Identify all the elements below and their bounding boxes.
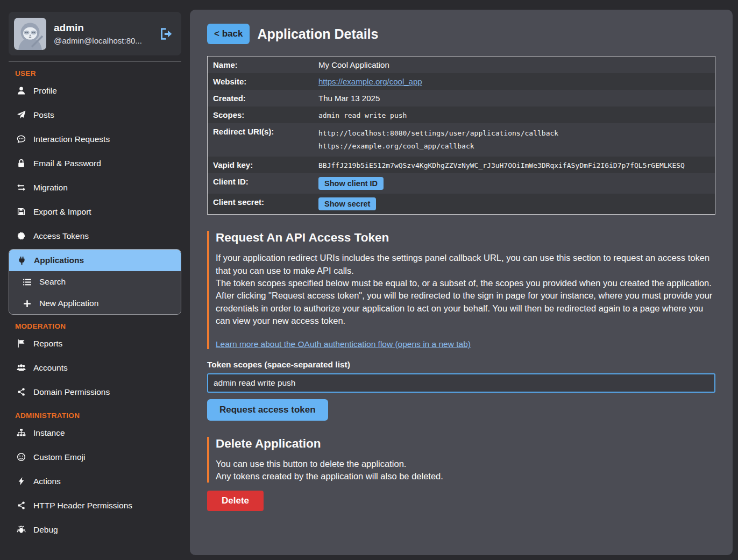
request-access-token-button[interactable]: Request access token [207, 399, 328, 421]
token-section-heading: Request An API Access Token [216, 231, 715, 245]
back-button[interactable]: < back [207, 24, 250, 44]
paragraph: After clicking "Request access token", y… [216, 289, 715, 327]
delete-section-text: You can use this button to delete the ap… [216, 458, 715, 483]
row-label: Created: [208, 90, 314, 107]
row-label: Name: [208, 56, 314, 74]
username: admin [54, 22, 151, 34]
sidebar-divider [9, 61, 181, 62]
sidebar-item-migration[interactable]: Migration [9, 175, 181, 200]
sidebar-item-label: Export & Import [33, 207, 91, 217]
plus-icon [22, 299, 32, 308]
smiley-icon [16, 452, 26, 462]
oauth-docs-link[interactable]: Learn more about the OAuth authenticatio… [216, 339, 471, 349]
sidebar-item-email-password[interactable]: Email & Password [9, 151, 181, 175]
table-row-vapid-key: Vapid key:BBJffJ219b5iE512m7wQSzv4KgKDhg… [208, 157, 715, 173]
sidebar-item-label: Interaction Requests [33, 134, 110, 144]
sidebar-nav: USERProfilePostsInteraction RequestsEmai… [9, 69, 181, 542]
sidebar-item-access-tokens[interactable]: Access Tokens [9, 224, 181, 248]
show-client-id-button[interactable]: Show client ID [318, 177, 384, 190]
website-link[interactable]: https://example.org/cool_app [318, 77, 422, 86]
sidebar-item-label: Reports [33, 339, 62, 349]
sidebar-item-new-application[interactable]: New Application [9, 293, 181, 314]
sidebar-item-interaction-requests[interactable]: Interaction Requests [9, 127, 181, 151]
sidebar-item-label: Debug [33, 525, 58, 535]
user-card[interactable]: admin @admin@localhost:80... [9, 12, 181, 55]
share-nodes-icon [16, 501, 26, 510]
user-meta: admin @admin@localhost:80... [54, 22, 151, 45]
sidebar-item-label: Posts [33, 110, 54, 120]
floppy-disk-icon [16, 207, 26, 216]
sidebar: admin @admin@localhost:80... USERProfile… [0, 0, 190, 560]
user-handle: @admin@localhost:80... [54, 36, 151, 45]
sidebar-item-http-header-permissions[interactable]: HTTP Header Permissions [9, 493, 181, 518]
table-row-website: Website:https://example.org/cool_app [208, 73, 715, 90]
plug-icon [17, 256, 27, 265]
sitemap-icon [16, 428, 26, 437]
sidebar-item-posts[interactable]: Posts [9, 103, 181, 127]
user-icon [16, 86, 26, 95]
paragraph: You can use this button to delete the ap… [216, 458, 715, 470]
paragraph: If your application redirect URIs includ… [216, 252, 715, 277]
row-value: Show secret [313, 194, 715, 215]
delete-button[interactable]: Delete [207, 491, 264, 511]
sidebar-item-actions[interactable]: Actions [9, 469, 181, 493]
table-row-name: Name:My Cool Application [208, 56, 715, 74]
row-value: My Cool Application [313, 56, 715, 74]
show-secret-button[interactable]: Show secret [318, 197, 376, 210]
sidebar-item-label: Custom Emoji [33, 452, 85, 462]
paragraph: Any tokens created by the application wi… [216, 470, 715, 483]
row-label: Scopes: [208, 107, 314, 123]
sidebar-item-profile[interactable]: Profile [9, 79, 181, 103]
lock-icon [16, 159, 26, 168]
delete-section-heading: Delete Application [216, 437, 715, 451]
sidebar-item-label: Accounts [33, 363, 68, 373]
bug-icon [16, 525, 26, 534]
comment-dots-icon [16, 134, 26, 144]
users-icon [16, 363, 26, 372]
sign-out-icon[interactable] [159, 27, 173, 40]
token-scopes-input[interactable] [207, 373, 715, 393]
row-value: Show client ID [313, 173, 715, 194]
sidebar-item-label: Applications [34, 256, 84, 265]
sidebar-item-custom-emoji[interactable]: Custom Emoji [9, 445, 181, 469]
row-label: Website: [208, 73, 314, 90]
sidebar-item-label: Migration [33, 183, 68, 193]
sidebar-item-debug[interactable]: Debug [9, 518, 181, 542]
row-label: Redirect URI(s): [208, 123, 314, 157]
row-label: Vapid key: [208, 157, 314, 173]
bolt-icon [16, 477, 26, 486]
paper-plane-icon [16, 110, 26, 119]
sidebar-item-label: Profile [33, 86, 57, 96]
oauth-link-row: Learn more about the OAuth authenticatio… [216, 339, 715, 349]
sidebar-item-label: HTTP Header Permissions [33, 501, 132, 511]
sidebar-item-search[interactable]: Search [9, 271, 181, 293]
row-value: admin read write push [313, 107, 715, 123]
settings-app: admin @admin@localhost:80... USERProfile… [0, 0, 738, 560]
paragraph: The token scopes specified below must be… [216, 277, 715, 289]
table-row-scopes: Scopes:admin read write push [208, 107, 715, 123]
share-nodes-icon [16, 387, 26, 396]
sidebar-item-accounts[interactable]: Accounts [9, 356, 181, 380]
row-label: Client ID: [208, 173, 314, 194]
sloth-avatar [14, 18, 46, 50]
nav-section-header-user: USER [9, 69, 181, 77]
table-row-client-secret: Client secret:Show secret [208, 194, 715, 215]
page-header: < back Application Details [207, 24, 715, 44]
sidebar-item-label: Actions [33, 477, 61, 486]
sidebar-item-label: Domain Permissions [33, 387, 110, 397]
sidebar-item-export-import[interactable]: Export & Import [9, 200, 181, 224]
sidebar-item-reports[interactable]: Reports [9, 331, 181, 356]
table-row-created: Created:Thu Mar 13 2025 [208, 90, 715, 107]
nav-section-header-administration: ADMINISTRATION [9, 412, 181, 420]
token-scopes-label: Token scopes (space-separated list) [207, 360, 715, 370]
list-icon [22, 278, 32, 287]
sidebar-item-label: Instance [33, 428, 65, 438]
row-value: Thu Mar 13 2025 [313, 90, 715, 107]
sidebar-item-domain-permissions[interactable]: Domain Permissions [9, 380, 181, 404]
sidebar-item-applications[interactable]: Applications [9, 250, 181, 271]
token-section: Request An API Access Token If your appl… [207, 231, 715, 349]
row-value: http://localhost:8080/settings/user/appl… [313, 123, 715, 157]
main-panel: < back Application Details Name:My Cool … [190, 10, 733, 555]
nav-section-header-moderation: MODERATION [9, 322, 181, 330]
sidebar-item-instance[interactable]: Instance [9, 421, 181, 445]
